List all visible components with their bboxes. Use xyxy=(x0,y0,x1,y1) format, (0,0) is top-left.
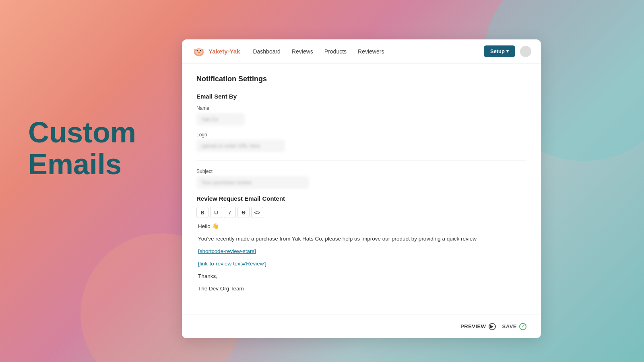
name-value[interactable]: Yak Co xyxy=(196,113,245,125)
navbar: Yakety-Yak Dashboard Reviews Products Re… xyxy=(182,39,541,64)
name-field-group: Name Yak Co xyxy=(196,105,526,125)
svg-point-5 xyxy=(198,52,199,53)
name-label: Name xyxy=(196,105,526,111)
nav-dashboard[interactable]: Dashboard xyxy=(253,47,281,56)
team-text: The Dev Org Team xyxy=(198,284,525,294)
editor-toolbar: B U I S <> xyxy=(196,207,526,218)
hero-text: Custom Emails xyxy=(28,117,136,180)
nav-right: Setup xyxy=(484,45,531,57)
save-label: SAVE xyxy=(502,323,517,329)
hero-line2: Emails xyxy=(28,148,136,180)
strikethrough-button[interactable]: S xyxy=(237,207,250,218)
email-sent-by-title: Email Sent By xyxy=(196,93,526,100)
nav-products[interactable]: Products xyxy=(324,47,347,56)
thanks-text: Thanks, xyxy=(198,272,525,281)
logo-label: Logo xyxy=(196,132,526,138)
logo-icon xyxy=(192,44,206,59)
logo-area: Yakety-Yak xyxy=(192,44,240,59)
svg-point-1 xyxy=(195,48,202,55)
body-text: You've recently made a purchase from Yak… xyxy=(198,234,525,244)
svg-point-3 xyxy=(200,50,201,51)
logo-value[interactable]: upload or enter URL here xyxy=(196,140,285,152)
underline-button[interactable]: U xyxy=(210,207,222,218)
shortcode-stars[interactable]: [shortcode-review-stars] xyxy=(198,248,256,254)
page-title: Notification Settings xyxy=(196,75,526,83)
page-content: Notification Settings Email Sent By Name… xyxy=(182,64,541,308)
avatar xyxy=(520,46,531,57)
save-icon: ✓ xyxy=(519,323,526,330)
italic-button[interactable]: I xyxy=(224,207,236,218)
logo-field-group: Logo upload or enter URL here xyxy=(196,132,526,152)
editor-section-title: Review Request Email Content xyxy=(196,195,526,202)
preview-button[interactable]: PREVIEW ▶ xyxy=(460,323,495,330)
shortcode-link[interactable]: [link-to-review text='Review'] xyxy=(198,261,266,267)
footer-actions: PREVIEW ▶ SAVE ✓ xyxy=(182,315,541,338)
logo-text: Yakety-Yak xyxy=(208,48,240,55)
nav-reviews[interactable]: Reviews xyxy=(292,47,313,56)
hero-line1: Custom xyxy=(28,117,136,148)
preview-label: PREVIEW xyxy=(460,323,486,329)
code-button[interactable]: <> xyxy=(251,207,263,218)
subject-value[interactable]: Your purchase review xyxy=(196,176,309,189)
divider xyxy=(196,160,526,160)
editor-content[interactable]: Hello 👋 You've recently made a purchase … xyxy=(196,222,526,294)
svg-point-6 xyxy=(199,52,200,53)
setup-button[interactable]: Setup xyxy=(484,45,515,57)
bold-button[interactable]: B xyxy=(196,207,208,218)
subject-field-group: Subject Your purchase review xyxy=(196,169,526,189)
nav-links: Dashboard Reviews Products Reviewers xyxy=(253,47,483,56)
app-card: Yakety-Yak Dashboard Reviews Products Re… xyxy=(182,39,541,338)
subject-label: Subject xyxy=(196,169,526,174)
greeting-text: Hello 👋 xyxy=(198,222,525,231)
save-button[interactable]: SAVE ✓ xyxy=(502,323,526,330)
svg-point-2 xyxy=(197,50,198,51)
nav-reviewers[interactable]: Reviewers xyxy=(358,47,384,56)
preview-icon: ▶ xyxy=(489,323,496,330)
